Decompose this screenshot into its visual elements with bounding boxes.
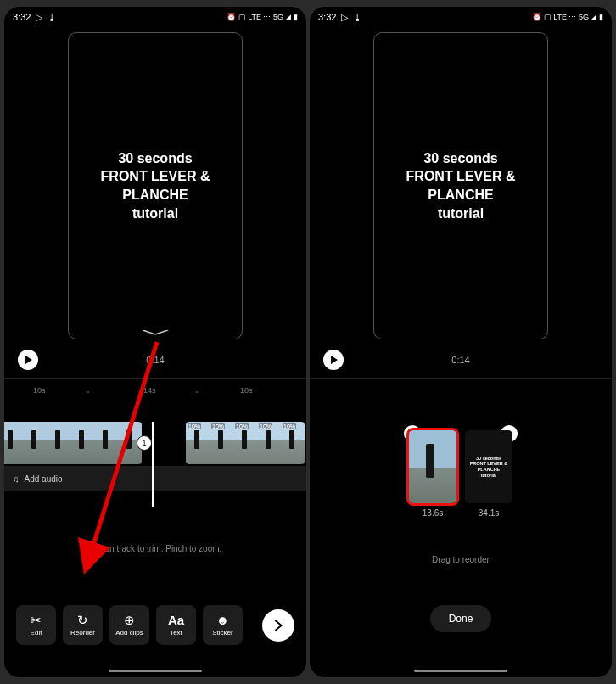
- sticker-button[interactable]: ☻ Sticker: [203, 605, 243, 645]
- preview-text: 30 seconds FRONT LEVER & PLANCHE tutoria…: [374, 149, 547, 222]
- playhead[interactable]: [152, 422, 154, 507]
- transition-badge[interactable]: 1: [137, 435, 152, 451]
- clips-row[interactable]: 1 10% 10% 10% 10% 10%: [4, 422, 306, 464]
- clip-1[interactable]: [4, 422, 142, 464]
- gesture-bar: [414, 670, 507, 672]
- add-clips-button[interactable]: ⊕ Add clips: [109, 605, 149, 645]
- clip-2[interactable]: 10% 10% 10% 10% 10%: [186, 422, 305, 464]
- reorder-hint: Drag to reorder: [432, 555, 490, 564]
- timeline-hint: Tap on track to trim. Pinch to zoom.: [4, 544, 306, 553]
- preview-text: 30 seconds FRONT LEVER & PLANCHE tutoria…: [69, 149, 242, 222]
- clip-duration-label: 13.6s: [409, 508, 456, 518]
- play-button[interactable]: [323, 350, 344, 370]
- reorder-panel: 13.6s 30 seconds FRONT LEVER & PLANCHE t…: [310, 379, 612, 677]
- video-preview[interactable]: 30 seconds FRONT LEVER & PLANCHE tutoria…: [373, 32, 548, 339]
- play-store-icon: ▷: [36, 12, 42, 23]
- text-button[interactable]: Aa Text: [156, 605, 196, 645]
- reorder-icon: ↻: [77, 614, 88, 626]
- toolbar: ✂ Edit ↻ Reorder ⊕ Add clips Aa Text ☻ S…: [4, 605, 306, 645]
- sticker-icon: ☻: [216, 614, 230, 626]
- play-store-icon: ▷: [341, 12, 348, 23]
- chevron-down-icon[interactable]: [143, 323, 168, 328]
- reorder-clip-2[interactable]: 30 seconds FRONT LEVER & PLANCHE tutoria…: [465, 430, 512, 518]
- status-icons-right: ⏰ ▢ LTE ⋯ 5G ◢ ▮: [532, 13, 603, 21]
- done-button[interactable]: Done: [430, 605, 492, 632]
- add-clips-icon: ⊕: [124, 614, 135, 626]
- timeline-ruler: 10s 14s 18s: [4, 386, 306, 398]
- add-audio-button[interactable]: ♫ Add audio: [4, 466, 306, 491]
- clock-label: 3:32: [318, 12, 336, 22]
- download-icon: ⭳: [48, 12, 57, 22]
- add-audio-label: Add audio: [25, 474, 63, 484]
- edit-button[interactable]: ✂ Edit: [16, 605, 56, 645]
- status-bar: 3:32 ▷ ⭳ ⏰ ▢ LTE ⋯ 5G ◢ ▮: [310, 7, 612, 27]
- clip-duration-label: 34.1s: [465, 508, 512, 518]
- reorder-button[interactable]: ↻ Reorder: [63, 605, 103, 645]
- current-time-label: 0:14: [451, 355, 469, 365]
- download-icon: ⭳: [353, 12, 362, 22]
- current-time-label: 0:14: [146, 355, 164, 365]
- text-icon: Aa: [168, 614, 184, 626]
- right-screenshot: 3:32 ▷ ⭳ ⏰ ▢ LTE ⋯ 5G ◢ ▮ 30 seconds FRO…: [310, 7, 612, 677]
- clock-label: 3:32: [13, 12, 31, 22]
- timeline[interactable]: 10s 14s 18s 1 10% 10% 10% 10% 10% ♫: [4, 379, 306, 677]
- next-button[interactable]: [262, 609, 294, 642]
- status-bar: 3:32 ▷ ⭳ ⏰ ▢ LTE ⋯ 5G ◢ ▮: [4, 7, 306, 27]
- play-button[interactable]: [18, 350, 38, 370]
- music-note-icon: ♫: [13, 474, 20, 484]
- scissors-icon: ✂: [31, 614, 42, 626]
- gesture-bar: [109, 670, 202, 672]
- video-preview[interactable]: 30 seconds FRONT LEVER & PLANCHE tutoria…: [68, 32, 243, 339]
- left-screenshot: 3:32 ▷ ⭳ ⏰ ▢ LTE ⋯ 5G ◢ ▮ 30 seconds FRO…: [4, 7, 306, 677]
- status-icons-right: ⏰ ▢ LTE ⋯ 5G ◢ ▮: [227, 13, 298, 21]
- reorder-clip-1[interactable]: 13.6s: [409, 430, 456, 518]
